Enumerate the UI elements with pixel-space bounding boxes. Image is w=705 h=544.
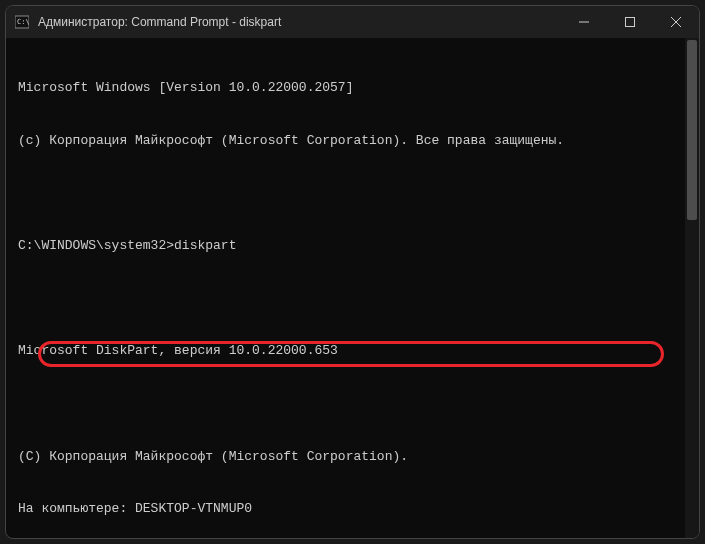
scrollbar-thumb[interactable]: [687, 40, 697, 220]
titlebar[interactable]: C:\ Администратор: Command Prompt - disk…: [6, 6, 699, 38]
svg-text:C:\: C:\: [17, 18, 29, 26]
command-prompt-window: C:\ Администратор: Command Prompt - disk…: [5, 5, 700, 539]
minimize-button[interactable]: [561, 6, 607, 38]
maximize-button[interactable]: [607, 6, 653, 38]
blank-line: [18, 290, 695, 308]
terminal-area[interactable]: Microsoft Windows [Version 10.0.22000.20…: [6, 38, 699, 538]
window-title: Администратор: Command Prompt - diskpart: [38, 15, 561, 29]
maximize-icon: [625, 17, 635, 27]
app-icon: C:\: [14, 14, 30, 30]
window-controls: [561, 6, 699, 38]
scrollbar[interactable]: [685, 38, 699, 538]
output-line: (c) Корпорация Майкрософт (Microsoft Cor…: [18, 132, 695, 150]
prompt-text: C:\WINDOWS\system32>: [18, 238, 174, 253]
prompt-line: C:\WINDOWS\system32>diskpart: [18, 237, 695, 255]
output-line: Microsoft DiskPart, версия 10.0.22000.65…: [18, 342, 695, 360]
close-icon: [671, 17, 681, 27]
output-line: На компьютере: DESKTOP-VTNMUP0: [18, 500, 695, 518]
output-line: Microsoft Windows [Version 10.0.22000.20…: [18, 79, 695, 97]
minimize-icon: [579, 17, 589, 27]
blank-line: [18, 395, 695, 413]
svg-rect-3: [626, 18, 635, 27]
output-line: (C) Корпорация Майкрософт (Microsoft Cor…: [18, 448, 695, 466]
blank-line: [18, 184, 695, 202]
command-text: diskpart: [174, 238, 236, 253]
close-button[interactable]: [653, 6, 699, 38]
